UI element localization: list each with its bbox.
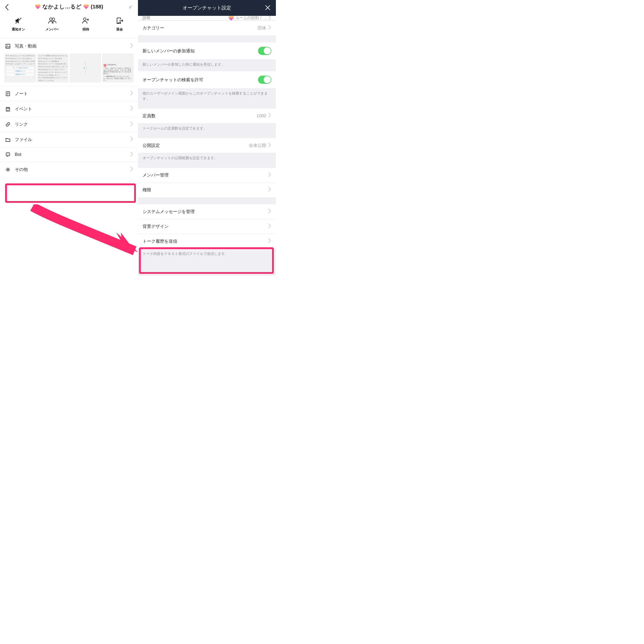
notes-label: ノート bbox=[15, 91, 28, 97]
chevron-right-icon bbox=[130, 121, 133, 127]
events-row[interactable]: イベント bbox=[0, 101, 138, 116]
svg-point-7 bbox=[7, 45, 8, 46]
bot-icon bbox=[5, 152, 11, 157]
member-management-label: メンバー管理 bbox=[143, 172, 169, 178]
links-row[interactable]: リンク bbox=[0, 116, 138, 132]
new-member-notification-toggle[interactable] bbox=[258, 47, 271, 55]
member-management-row[interactable]: メンバー管理 bbox=[138, 168, 276, 182]
category-label: カテゴリー bbox=[143, 25, 164, 31]
close-button[interactable] bbox=[265, 5, 271, 12]
openchat-settings-screen: オープンチャット設定 説明 ルームの役割 ﾉ … カテゴリー 団体 新しいメンバ… bbox=[138, 0, 276, 276]
muted-icon bbox=[128, 5, 133, 11]
new-member-notification-desc: 新しいメンバーが参加した時に通知を受信します。 bbox=[138, 59, 276, 71]
new-member-notification-label: 新しいメンバーの参加通知 bbox=[143, 48, 195, 54]
description-row-peek[interactable]: 説明 ルームの役割 ﾉ … bbox=[138, 16, 276, 20]
svg-point-15 bbox=[7, 154, 8, 155]
bot-row[interactable]: Bot bbox=[0, 147, 138, 162]
permissions-row[interactable]: 権限 bbox=[138, 182, 276, 197]
allow-search-desc: 他のユーザーがメイン画面からこのオープンチャットを検索することができます。 bbox=[138, 88, 276, 106]
chevron-right-icon bbox=[268, 238, 271, 244]
description-label: 説明 bbox=[143, 16, 150, 20]
thumbnail[interactable] bbox=[70, 54, 101, 82]
leave-label: 退会 bbox=[116, 27, 123, 32]
calendar-icon bbox=[5, 107, 11, 112]
visibility-label: 公開設定 bbox=[143, 143, 160, 148]
allow-search-row: オープンチャットの検索を許可 bbox=[138, 71, 276, 88]
send-talk-history-desc: トーク内容をテキスト形式のファイルで送信します。 bbox=[138, 249, 276, 263]
svg-point-3 bbox=[50, 18, 52, 20]
invite-button[interactable]: 招待 bbox=[69, 17, 103, 32]
chevron-right-icon bbox=[268, 209, 271, 215]
send-talk-history-label: トーク履歴を送信 bbox=[143, 238, 177, 244]
media-thumbnails: 20:47 Neo(なかよしわーるど) 全然大丈夫だと思いますよ 20:47 N… bbox=[0, 54, 138, 86]
notifications-on-button[interactable]: 通知オン bbox=[2, 17, 35, 32]
chevron-right-icon bbox=[268, 172, 271, 178]
chevron-right-icon bbox=[268, 187, 271, 193]
capacity-desc: トークルームの定員数を設定できます。 bbox=[138, 123, 276, 135]
visibility-value: 全体公開 bbox=[249, 143, 266, 148]
description-value: ルームの役割 ﾉ … bbox=[236, 16, 267, 20]
action-bar: 通知オン メンバー 招待 退会 bbox=[0, 12, 138, 39]
thumbnail[interactable]: たかはまさん 「意は、一回アウトではないと発言をするような方がいそれも、なんとな… bbox=[102, 54, 134, 82]
folder-icon bbox=[5, 137, 11, 142]
svg-point-5 bbox=[84, 18, 86, 20]
invite-icon bbox=[82, 17, 90, 25]
chevron-right-icon bbox=[268, 224, 271, 229]
svg-point-4 bbox=[52, 18, 55, 20]
highlight-other bbox=[5, 183, 136, 203]
visibility-desc: オープンチャットの公開範囲を設定できます。 bbox=[138, 153, 276, 165]
svg-point-16 bbox=[8, 154, 9, 155]
back-button[interactable] bbox=[5, 4, 9, 12]
chevron-right-icon bbox=[130, 152, 133, 158]
sparkle-heart-icon bbox=[35, 4, 41, 10]
category-value: 団体 bbox=[257, 25, 266, 31]
chevron-right-icon bbox=[130, 167, 133, 172]
note-icon bbox=[5, 91, 11, 96]
settings-header: オープンチャット設定 bbox=[138, 0, 276, 16]
send-talk-history-row[interactable]: トーク履歴を送信 bbox=[138, 234, 276, 249]
allow-search-toggle[interactable] bbox=[258, 76, 271, 84]
photo-icon bbox=[5, 44, 11, 49]
notes-row[interactable]: ノート bbox=[0, 86, 138, 101]
gear-icon bbox=[5, 167, 11, 172]
chat-title: なかよし…るど (188) bbox=[35, 3, 103, 10]
leave-button[interactable]: 退会 bbox=[103, 17, 136, 32]
other-settings-row[interactable]: その他 bbox=[0, 162, 138, 177]
members-button[interactable]: メンバー bbox=[35, 17, 69, 32]
thumbnail[interactable]: 20:47 Neo(なかよしわーるど) 全然大丈夫だと思いますよ 20:47 N… bbox=[5, 54, 36, 82]
system-messages-row[interactable]: システムメッセージを管理 bbox=[138, 204, 276, 219]
svg-point-17 bbox=[7, 169, 9, 170]
chat-member-count: (188) bbox=[91, 4, 103, 10]
system-messages-label: システムメッセージを管理 bbox=[143, 209, 195, 215]
chevron-right-icon bbox=[268, 143, 271, 148]
background-design-row[interactable]: 背景デザイン bbox=[138, 219, 276, 234]
settings-title: オープンチャット設定 bbox=[183, 5, 231, 11]
files-row[interactable]: ファイル bbox=[0, 132, 138, 147]
thumbnail[interactable]: センターの意図的に表れるのが大きそうな 01:27 Neo(なかよしわーるど) … bbox=[37, 54, 68, 82]
speaker-off-icon bbox=[15, 17, 22, 25]
sparkle-heart-icon bbox=[83, 4, 89, 10]
visibility-row[interactable]: 公開設定 全体公開 bbox=[138, 138, 276, 153]
category-row[interactable]: カテゴリー 団体 bbox=[138, 20, 276, 35]
chevron-right-icon bbox=[130, 137, 133, 143]
bot-label: Bot bbox=[15, 152, 21, 157]
links-label: リンク bbox=[15, 121, 28, 127]
files-label: ファイル bbox=[15, 137, 32, 143]
allow-search-label: オープンチャットの検索を許可 bbox=[143, 77, 203, 83]
capacity-label: 定員数 bbox=[143, 113, 156, 119]
events-label: イベント bbox=[15, 106, 32, 112]
chat-title-text: なかよし…るど bbox=[42, 3, 81, 10]
left-header: なかよし…るど (188) bbox=[0, 0, 138, 12]
invite-label: 招待 bbox=[83, 27, 89, 32]
sparkle-heart-icon bbox=[228, 15, 234, 21]
background-design-label: 背景デザイン bbox=[143, 224, 169, 229]
link-icon bbox=[5, 122, 11, 127]
svg-rect-14 bbox=[6, 153, 10, 156]
notifications-label: 通知オン bbox=[12, 27, 25, 32]
members-icon bbox=[48, 17, 56, 25]
chat-menu-screen: なかよし…るど (188) 通知オン メンバー 招待 退会 写真・動画 bbox=[0, 0, 138, 276]
members-label: メンバー bbox=[45, 27, 59, 32]
exit-icon bbox=[116, 17, 123, 25]
photos-videos-row[interactable]: 写真・動画 bbox=[0, 39, 138, 54]
capacity-row[interactable]: 定員数 1000 bbox=[138, 109, 276, 123]
